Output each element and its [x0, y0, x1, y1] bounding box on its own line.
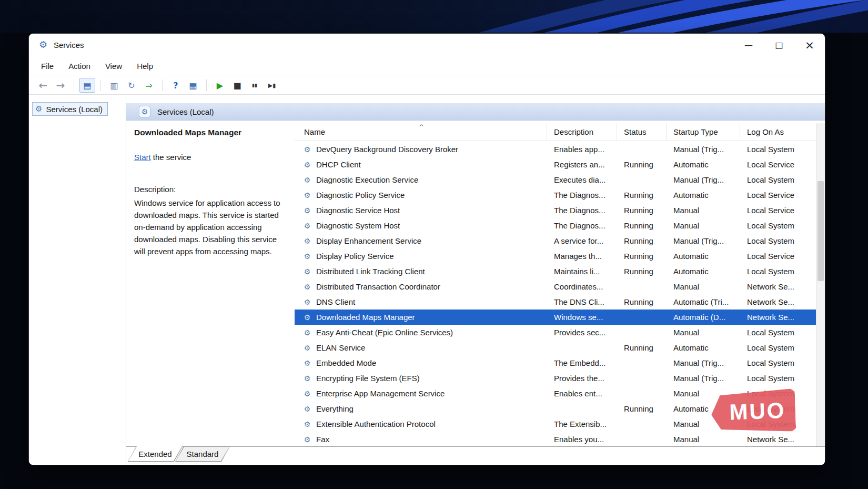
- tree-item-services-local[interactable]: ⚙ Services (Local): [32, 102, 108, 116]
- menu-file[interactable]: File: [41, 62, 54, 71]
- refresh-icon[interactable]: ↻: [124, 78, 139, 93]
- service-startup-type: Manual: [667, 328, 740, 337]
- show-hide-console-tree-icon[interactable]: ▤: [79, 78, 95, 93]
- menu-view[interactable]: View: [105, 62, 122, 71]
- service-name: Encrypting File System (EFS): [316, 374, 420, 383]
- service-name: Diagnostic Service Host: [316, 206, 400, 215]
- service-name: Distributed Link Tracking Client: [316, 267, 425, 276]
- console-tree-panel: ⚙ Services (Local): [29, 95, 126, 465]
- service-name: DevQuery Background Discovery Broker: [316, 145, 458, 154]
- table-row[interactable]: ⚙ Display Policy Service Manages th... R…: [295, 248, 816, 264]
- start-service-icon[interactable]: ▶: [212, 78, 228, 93]
- menu-bar: File Action View Help: [29, 56, 825, 76]
- service-startup-type: Automatic (D...: [667, 313, 740, 322]
- service-description: Manages th...: [547, 252, 617, 261]
- service-gear-icon: ⚙: [302, 161, 312, 169]
- window-title: Services: [54, 41, 84, 49]
- table-row[interactable]: ⚙ Fax Enables you... Manual Network Se..…: [295, 432, 816, 446]
- column-header-status[interactable]: Status: [617, 123, 667, 140]
- service-name: DHCP Client: [316, 160, 361, 169]
- service-description: Enables ent...: [547, 389, 617, 398]
- menu-action[interactable]: Action: [68, 62, 90, 71]
- service-startup-type: Automatic: [667, 252, 740, 261]
- start-service-link[interactable]: Start: [134, 153, 151, 162]
- scrollbar-thumb[interactable]: [817, 181, 824, 281]
- restart-service-icon[interactable]: ▶▮: [264, 78, 280, 93]
- desktop-wallpaper: [0, 0, 868, 33]
- column-header-log-on-as-label: Log On As: [747, 127, 784, 136]
- service-logon-as: Network Se...: [740, 313, 816, 322]
- table-row[interactable]: ⚙ Distributed Link Tracking Client Maint…: [295, 264, 816, 279]
- service-description: Windows se...: [547, 313, 617, 322]
- menu-help[interactable]: Help: [137, 62, 153, 71]
- service-name: Easy Anti-Cheat (Epic Online Services): [316, 328, 453, 337]
- service-description: The Diagnos...: [547, 221, 617, 230]
- forward-icon[interactable]: →: [53, 78, 68, 93]
- service-startup-type: Automatic: [667, 160, 740, 169]
- view-tab-strip: Extended Standard: [126, 446, 825, 465]
- tab-standard-label: Standard: [175, 446, 230, 462]
- column-header-log-on-as[interactable]: Log On As: [740, 123, 816, 140]
- service-name: Downloaded Maps Manager: [316, 313, 415, 322]
- service-gear-icon: ⚙: [302, 313, 312, 322]
- toolbar-separator: [100, 79, 101, 91]
- service-description: Provides sec...: [547, 328, 617, 337]
- maximize-button[interactable]: □: [764, 34, 794, 56]
- service-startup-type: Automatic: [667, 191, 740, 199]
- service-description: The DNS Cli...: [547, 297, 617, 306]
- service-status: Running: [617, 252, 667, 261]
- console-body: ⚙ Services (Local) ⚙ Services (Local) Do…: [29, 95, 825, 465]
- vertical-scrollbar[interactable]: [816, 123, 825, 446]
- service-name: Fax: [316, 435, 329, 444]
- service-startup-type: Manual (Trig...: [667, 374, 740, 383]
- table-row[interactable]: ⚙ Diagnostic Policy Service The Diagnos.…: [295, 187, 816, 203]
- muo-watermark-text: MUO: [729, 397, 786, 425]
- service-description: Enables you...: [547, 435, 617, 444]
- service-gear-icon: ⚙: [302, 405, 312, 413]
- table-row[interactable]: ⚙ Embedded Mode The Embedd... Manual (Tr…: [295, 355, 816, 371]
- table-row[interactable]: ⚙ DevQuery Background Discovery Broker E…: [295, 142, 816, 157]
- description-label: Description:: [134, 185, 281, 194]
- service-name: Diagnostic System Host: [316, 221, 400, 230]
- table-row[interactable]: ⚙ Display Enhancement Service A service …: [295, 233, 816, 248]
- table-row[interactable]: ⚙ Diagnostic Execution Service Executes …: [295, 172, 816, 187]
- table-row[interactable]: ⚙ ELAN Service Running Automatic Local S…: [295, 340, 816, 355]
- service-logon-as: Network Se...: [740, 297, 816, 306]
- table-row[interactable]: ⚙ Diagnostic System Host The Diagnos... …: [295, 218, 816, 233]
- table-row[interactable]: ⚙ DHCP Client Registers an... Running Au…: [295, 157, 816, 172]
- table-row[interactable]: ⚙ Easy Anti-Cheat (Epic Online Services)…: [295, 325, 816, 340]
- service-startup-type: Manual (Trig...: [667, 175, 740, 184]
- stop-service-icon[interactable]: ■: [229, 78, 245, 93]
- export-icon[interactable]: ⇒: [141, 78, 157, 93]
- service-gear-icon: ⚙: [302, 298, 312, 306]
- service-name: Distributed Transaction Coordinator: [316, 282, 440, 291]
- pause-service-icon[interactable]: ▮▮: [247, 78, 263, 93]
- show-action-pane-icon[interactable]: ▦: [185, 78, 201, 93]
- service-logon-as: Local System: [740, 343, 816, 352]
- close-button[interactable]: ×: [794, 34, 825, 56]
- service-logon-as: Local System: [740, 236, 816, 245]
- table-row[interactable]: ⚙ Encrypting File System (EFS) Provides …: [295, 371, 816, 386]
- back-icon[interactable]: ←: [35, 78, 51, 93]
- table-row[interactable]: ⚙ DNS Client The DNS Cli... Running Auto…: [295, 294, 816, 310]
- column-header-description[interactable]: Description: [547, 123, 617, 140]
- column-header-name[interactable]: Name ^: [295, 123, 547, 140]
- help-icon[interactable]: ?: [168, 78, 184, 93]
- tab-extended[interactable]: Extended: [128, 446, 183, 462]
- service-gear-icon: ⚙: [302, 191, 312, 199]
- tab-standard[interactable]: Standard: [175, 446, 230, 462]
- sort-ascending-icon: ^: [419, 124, 424, 131]
- service-gear-icon: ⚙: [302, 222, 312, 230]
- column-header-startup-type[interactable]: Startup Type: [667, 123, 740, 140]
- table-row[interactable]: ⚙ Distributed Transaction Coordinator Co…: [295, 279, 816, 294]
- table-row[interactable]: ⚙ Diagnostic Service Host The Diagnos...…: [295, 203, 816, 218]
- service-status: Running: [617, 206, 667, 215]
- toolbar: ←→▤▥↻⇒?▦▶■▮▮▶▮: [29, 76, 825, 95]
- service-startup-type: Manual: [667, 282, 740, 291]
- export-list-icon[interactable]: ▥: [106, 78, 122, 93]
- tab-extended-label: Extended: [128, 446, 183, 462]
- pane-header-title: Services (Local): [157, 107, 214, 116]
- service-status: Running: [617, 297, 667, 306]
- minimize-button[interactable]: —: [733, 34, 764, 56]
- table-row[interactable]: ⚙ Downloaded Maps Manager Windows se... …: [295, 310, 816, 325]
